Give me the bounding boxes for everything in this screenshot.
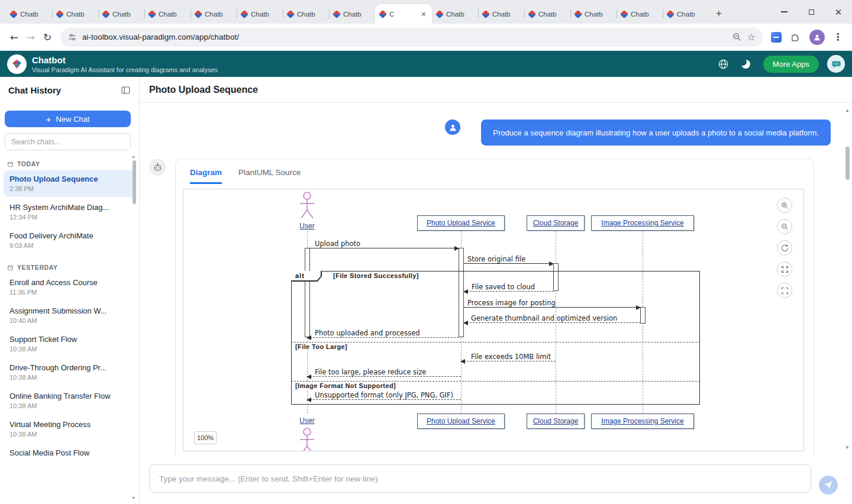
url-text[interactable]: ai-toolbox.visual-paradigm.com/app/chatb… (82, 33, 727, 41)
more-apps-button[interactable]: More Apps (763, 56, 819, 73)
tab-title: Chatb (538, 11, 566, 18)
browser-tab[interactable]: Chatb (191, 4, 237, 24)
browser-tab[interactable]: Chatb (329, 4, 375, 24)
dark-mode-moon-icon[interactable] (737, 55, 755, 73)
close-button[interactable]: ✕ (825, 0, 852, 24)
chat-scrollbar-thumb[interactable] (845, 147, 850, 180)
chat-history-item[interactable]: Virtual Meeting Process 10:38 AM (4, 416, 135, 442)
participant-box[interactable]: Image Processing Service (591, 215, 694, 231)
fullscreen-button[interactable] (777, 283, 792, 298)
search-input[interactable] (11, 138, 124, 146)
participant-label: Photo Upload Service (427, 417, 495, 425)
participant-box[interactable]: Cloud Storage (527, 413, 585, 429)
site-favicon-icon (379, 9, 387, 18)
forward-button[interactable]: → (22, 29, 39, 46)
chat-history-item[interactable]: Photo Upload Sequence 2:38 PM (4, 170, 135, 197)
profile-avatar[interactable] (809, 30, 825, 45)
arrowhead (549, 261, 554, 266)
sidebar-scroll-down-icon[interactable]: ▼ (131, 496, 135, 500)
tab-close-icon[interactable]: × (420, 10, 427, 18)
actor-label[interactable]: User (289, 416, 325, 425)
browser-tab[interactable]: Chatb (6, 4, 52, 24)
app-subtitle: Visual Paradigm AI Assistant for creatin… (32, 66, 218, 73)
scroll-up-icon[interactable]: ▲ (845, 108, 850, 113)
assistant-avatar[interactable] (827, 55, 845, 73)
fit-to-screen-button[interactable] (777, 261, 792, 277)
site-favicon-icon (666, 9, 674, 18)
zoom-out-button[interactable] (777, 219, 792, 234)
maximize-button[interactable] (798, 0, 825, 24)
browser-tab[interactable]: Chatb (524, 4, 570, 24)
chat-history-item[interactable]: Enroll and Access Course 11:36 PM (4, 274, 135, 301)
message-input[interactable] (149, 464, 811, 493)
browser-tab[interactable]: Chatb (144, 4, 191, 24)
chat-history-item[interactable]: Support Ticket Flow 10:38 AM (4, 331, 135, 357)
browser-menu-icon[interactable]: ⋮ (833, 31, 843, 43)
browser-tab[interactable]: Chatb (283, 4, 329, 24)
minimize-button[interactable] (770, 0, 798, 24)
language-globe-icon[interactable] (715, 55, 732, 73)
scroll-down-icon[interactable]: ▼ (845, 445, 850, 450)
chat-history-item[interactable]: Online Banking Transfer Flow 10:38 AM (4, 387, 135, 414)
reload-button[interactable]: ↻ (39, 29, 56, 46)
chat-history-item[interactable]: Drive-Through Ordering Pr... 10:38 AM (4, 359, 135, 386)
participant-box[interactable]: Cloud Storage (527, 215, 585, 231)
bookmark-star-icon[interactable]: ☆ (747, 31, 756, 43)
chat-history-item[interactable]: Social Media Post Flow (4, 444, 135, 462)
message-label: Generate thumbnail and optimized version (471, 314, 617, 322)
tab-title: Chatb (112, 11, 140, 18)
section-yesterday: YESTERDAY (7, 264, 132, 271)
address-bar[interactable]: ai-toolbox.visual-paradigm.com/app/chatb… (60, 28, 763, 47)
browser-tab[interactable]: Chatb (432, 4, 478, 24)
tab-plantuml-source[interactable]: PlantUML Source (238, 168, 301, 184)
site-settings-icon[interactable] (67, 33, 77, 42)
chat-item-title: Photo Upload Sequence (9, 175, 130, 183)
back-button[interactable]: ← (6, 29, 22, 46)
return-arrow (307, 337, 459, 338)
return-arrow (307, 399, 461, 400)
message-label: File saved to cloud (472, 283, 535, 291)
message-label: Upload photo (315, 240, 360, 248)
zoom-indicator-icon[interactable] (732, 32, 742, 42)
browser-tab[interactable]: Chatb (237, 4, 283, 24)
browser-tab[interactable]: Chatb (663, 4, 709, 24)
site-favicon-icon (528, 9, 536, 18)
zoom-in-button[interactable] (777, 198, 792, 213)
chat-item-title: Social Media Post Flow (9, 448, 130, 457)
browser-tab[interactable]: Chatb (52, 4, 98, 24)
browser-tab[interactable]: Chatb (570, 4, 617, 24)
close-icon: ✕ (835, 8, 843, 17)
actor-label[interactable]: User (289, 222, 325, 230)
message-input-area (140, 455, 852, 504)
message-label: Photo uploaded and processed (315, 329, 420, 337)
alt-frame-tab: alt (291, 271, 322, 282)
chat-history-item[interactable]: Assignment Submission W... 10:40 AM (4, 302, 135, 329)
return-arrow (464, 322, 640, 323)
participant-box[interactable]: Photo Upload Service (417, 413, 505, 429)
participant-box[interactable]: Image Processing Service (591, 413, 694, 429)
browser-tab-active[interactable]: C× (375, 4, 432, 24)
send-button[interactable] (819, 476, 838, 495)
chat-history-item[interactable]: Food Delivery ArchiMate 9:03 AM (4, 227, 135, 254)
chat-history-item[interactable]: HR System ArchiMate Diag... 12:34 PM (4, 199, 135, 225)
sidebar-scroll-up-icon[interactable]: ▲ (131, 154, 135, 159)
zoom-level-badge: 100% (194, 431, 217, 444)
sidebar-scrollbar-thumb[interactable] (133, 160, 136, 204)
new-tab-button[interactable]: + (711, 6, 727, 21)
participant-box[interactable]: Photo Upload Service (417, 215, 505, 231)
browser-tab[interactable]: Chatb (478, 4, 524, 24)
reset-view-button[interactable] (777, 240, 792, 256)
extension-shortcut-icon[interactable] (771, 32, 782, 43)
new-chat-button[interactable]: +New Chat (5, 111, 131, 127)
tab-diagram[interactable]: Diagram (190, 168, 222, 184)
arrowhead (463, 321, 468, 325)
collapse-panel-icon[interactable] (121, 85, 131, 95)
diagram-canvas[interactable]: User Photo Upload Service Cloud Storage … (183, 189, 804, 451)
browser-tab[interactable]: Chatb (98, 4, 144, 24)
extensions-puzzle-icon[interactable] (790, 31, 801, 43)
sidebar-header: Chat History (8, 85, 131, 95)
tab-title: Chatb (343, 11, 370, 18)
message-label: Process image for posting (467, 299, 556, 307)
conversation-header: Photo Upload Sequence (140, 77, 852, 103)
browser-tab[interactable]: Chatb (617, 4, 663, 24)
